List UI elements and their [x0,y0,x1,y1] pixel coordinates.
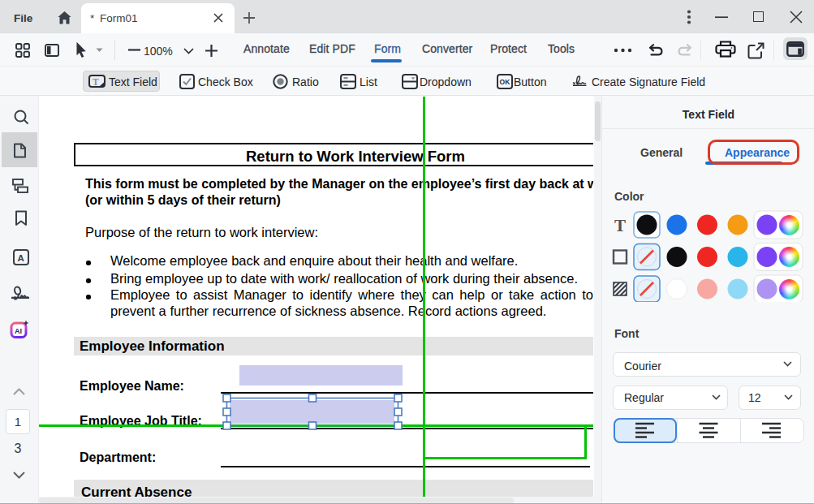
svg-text:OK: OK [500,78,511,86]
svg-text:A: A [18,253,24,263]
svg-text:T: T [614,216,626,235]
svg-text:T: T [93,77,99,87]
svg-text:AI: AI [15,327,22,335]
